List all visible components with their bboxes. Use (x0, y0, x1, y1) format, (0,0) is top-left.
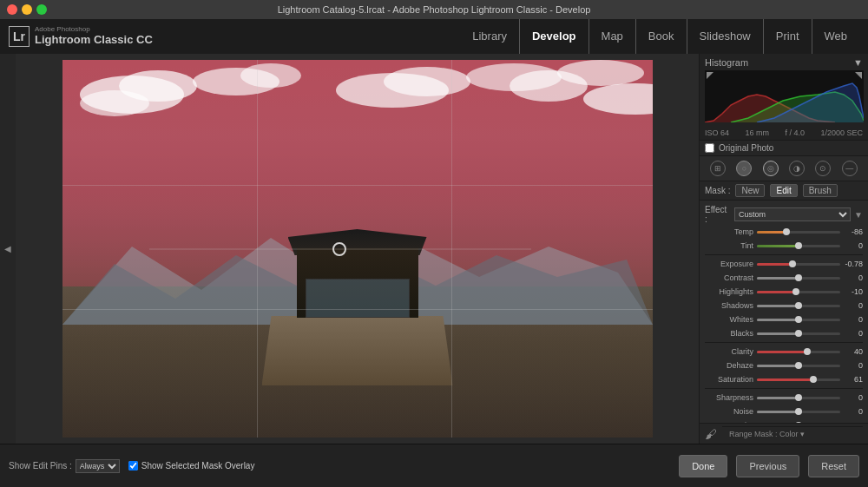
exposure-handle[interactable] (789, 260, 796, 267)
left-panel-toggle[interactable]: ◀ (0, 54, 16, 444)
reset-button[interactable]: Reset (808, 455, 859, 477)
bottombar: Show Edit Pins : Always Show Selected Ma… (0, 444, 868, 487)
nav-web[interactable]: Web (812, 19, 860, 54)
cabin-windows (306, 279, 410, 318)
whites-label: Whites (705, 315, 757, 324)
highlights-slider-row: Highlights -10 (700, 285, 868, 299)
dehaze-track[interactable] (757, 365, 840, 367)
dehaze-handle[interactable] (795, 362, 802, 369)
sharpness-value: 0 (840, 393, 863, 402)
red-eye-tool[interactable]: ◎ (763, 161, 779, 176)
whites-track[interactable] (757, 319, 840, 321)
paintbrush-icon[interactable]: 🖌 (705, 427, 717, 441)
always-select[interactable]: Always (76, 459, 120, 473)
show-overlay-checkbox[interactable] (128, 461, 138, 471)
mask-center-point[interactable] (332, 242, 346, 256)
exposure-track[interactable] (757, 263, 840, 266)
contrast-slider-row: Contrast 0 (700, 271, 868, 285)
clarity-fill (757, 351, 807, 353)
contrast-value: 0 (840, 273, 863, 282)
sharpness-label: Sharpness (705, 393, 757, 402)
cabin-structure (297, 229, 418, 325)
shadows-fill (757, 305, 799, 307)
nav-book[interactable]: Book (636, 19, 687, 54)
effect-select[interactable]: Custom (734, 207, 851, 221)
highlights-track[interactable] (757, 291, 840, 293)
shadows-handle[interactable] (795, 302, 802, 309)
nav-develop[interactable]: Develop (520, 19, 589, 54)
saturation-handle[interactable] (810, 376, 817, 383)
original-photo-label: Original Photo (719, 143, 773, 153)
histogram-header: Histogram ▼ (705, 57, 863, 68)
adjustment-brush-tool[interactable]: — (842, 161, 858, 176)
crop-tool[interactable]: ⊞ (710, 161, 726, 176)
app-name: Adobe Photoshop Lightroom Classic CC (35, 26, 153, 46)
clarity-track[interactable] (757, 351, 840, 353)
divider-3 (705, 388, 863, 389)
dehaze-label: Dehaze (705, 361, 757, 370)
tint-track[interactable] (757, 245, 840, 247)
photo-area[interactable] (16, 54, 699, 444)
lr-title: Lightroom Classic CC (35, 34, 153, 46)
temp-handle[interactable] (783, 228, 790, 235)
tint-value: 0 (840, 241, 863, 250)
show-edit-pins-label: Show Edit Pins : (9, 461, 72, 471)
stone-pedestal (262, 316, 453, 385)
guide-horizontal-1 (62, 185, 653, 186)
histogram-triangle[interactable]: ▼ (853, 57, 863, 68)
minimize-button[interactable] (22, 4, 32, 15)
whites-value: 0 (840, 315, 863, 324)
nav-print[interactable]: Print (764, 19, 812, 54)
close-button[interactable] (7, 4, 17, 15)
histogram-canvas (705, 70, 864, 122)
blacks-handle[interactable] (795, 330, 802, 337)
previous-button[interactable]: Previous (736, 455, 799, 477)
mask-edit-button[interactable]: Edit (770, 184, 797, 197)
radial-filter-tool[interactable]: ⊙ (815, 161, 831, 176)
maximize-button[interactable] (36, 4, 47, 15)
saturation-fill (757, 378, 813, 381)
contrast-handle[interactable] (795, 274, 802, 281)
blacks-track[interactable] (757, 332, 840, 335)
graduated-filter-tool[interactable]: ◑ (789, 161, 805, 176)
mask-brush-button[interactable]: Brush (803, 184, 838, 197)
done-button[interactable]: Done (679, 455, 727, 477)
right-panel: Histogram ▼ (699, 54, 868, 444)
noise-track[interactable] (757, 411, 840, 413)
effect-row: Effect : Custom ▼ (700, 204, 868, 225)
effect-expand-icon[interactable]: ▼ (854, 210, 863, 220)
dehaze-value: 0 (840, 361, 863, 370)
clarity-handle[interactable] (804, 348, 811, 355)
panel-footer: 🖌 Range Mask : Color ▾ (700, 423, 868, 444)
mask-new-button[interactable]: New (735, 184, 765, 197)
saturation-track[interactable] (757, 378, 840, 381)
left-arrow-icon: ◀ (4, 244, 11, 253)
blacks-label: Blacks (705, 329, 757, 338)
blacks-fill (757, 332, 799, 335)
sharpness-handle[interactable] (795, 394, 802, 401)
range-mask-label[interactable]: Range Mask : Color ▾ (729, 430, 856, 438)
shadows-track[interactable] (757, 305, 840, 307)
mask-row: Mask : New Edit Brush (700, 181, 868, 201)
histogram-corner-right (855, 72, 862, 79)
spot-removal-tool[interactable]: ○ (736, 161, 752, 176)
noise-label: Noise (705, 407, 757, 416)
whites-fill (757, 319, 799, 321)
highlights-label: Highlights (705, 287, 757, 296)
range-mask-row: Range Mask : Color ▾ (722, 426, 863, 441)
tint-handle[interactable] (795, 242, 802, 249)
nav-slideshow[interactable]: Slideshow (687, 19, 764, 54)
noise-handle[interactable] (795, 408, 802, 415)
guide-vertical-2 (451, 60, 452, 438)
moire-handle[interactable] (795, 422, 802, 423)
divider-2 (705, 342, 863, 343)
sharpness-track[interactable] (757, 397, 840, 399)
nav-map[interactable]: Map (589, 19, 636, 54)
nav-library[interactable]: Library (460, 19, 520, 54)
highlights-handle[interactable] (792, 288, 799, 295)
shadows-value: 0 (840, 301, 863, 310)
original-photo-checkbox[interactable] (705, 143, 714, 153)
contrast-track[interactable] (757, 277, 840, 280)
temp-track[interactable] (757, 231, 840, 234)
whites-handle[interactable] (795, 316, 802, 323)
